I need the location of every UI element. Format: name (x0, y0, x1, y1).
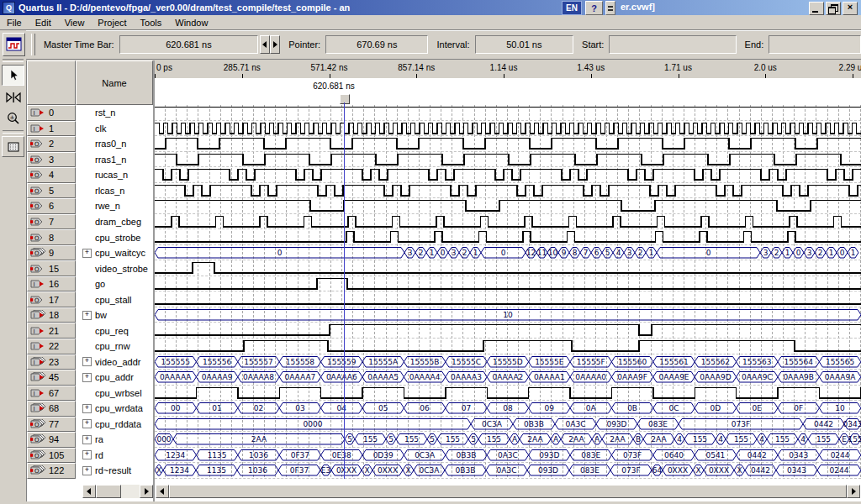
waveform-row-rras0_n[interactable] (155, 136, 861, 152)
menu-project[interactable]: Project (91, 16, 133, 29)
waveform-row-rd[interactable]: 1234113510360F370E380D390C3A0B3B0A3C093D… (155, 448, 861, 464)
spin-right-button[interactable] (270, 35, 280, 54)
signal-name-cell[interactable]: cpu_req (76, 323, 153, 339)
signal-name-cell[interactable]: +cpu_addr (76, 370, 153, 386)
signal-row-rlcas_n[interactable]: O5rlcas_n (27, 183, 153, 199)
signal-row-cpu_waitcyc[interactable]: O9+cpu_waitcyc (27, 245, 153, 261)
waveform-row-rst_n[interactable] (155, 105, 861, 121)
signal-row-dram_cbeg[interactable]: O7dram_cbeg (27, 214, 153, 230)
signal-name-cell[interactable]: rucas_n (76, 167, 153, 183)
signal-name-cell[interactable]: clk (76, 121, 153, 137)
waveform-row-cpu_rnw[interactable] (155, 339, 861, 354)
start-field[interactable] (609, 35, 736, 54)
signal-name-cell[interactable]: rras0_n (76, 136, 153, 152)
expand-button[interactable]: + (82, 435, 92, 444)
scroll-thumb[interactable] (169, 485, 847, 498)
signal-row-bw[interactable]: I18+bw (27, 307, 153, 323)
signal-row-cpu_stall[interactable]: O17cpu_stall (27, 291, 153, 307)
selection-tool-button[interactable] (2, 65, 24, 86)
signal-number-cell[interactable]: I22 (27, 339, 76, 354)
signal-number-cell[interactable]: O3 (27, 152, 76, 168)
signal-row-rd[interactable]: O105+rd (27, 448, 153, 464)
signal-number-cell[interactable]: I0 (27, 105, 76, 121)
signal-name-cell[interactable]: dram_cbeg (76, 214, 153, 230)
expand-button[interactable]: + (82, 357, 92, 366)
restore-button[interactable] (826, 2, 841, 15)
close-button[interactable]: × (843, 2, 858, 15)
signal-number-cell[interactable]: O4 (27, 167, 76, 183)
waveform-row-rwe_n[interactable] (155, 198, 861, 214)
waveform-scrollbar[interactable] (156, 485, 860, 498)
signal-name-cell[interactable]: cpu_strobe (76, 229, 153, 245)
signal-name-cell[interactable]: rst_n (76, 105, 153, 121)
menu-view[interactable]: View (58, 16, 92, 29)
signal-name-cell[interactable]: +bw (76, 307, 153, 323)
signal-number-cell[interactable]: O15 (27, 260, 76, 276)
signal-number-cell[interactable]: O17 (27, 291, 76, 307)
signal-number-cell[interactable]: O6 (27, 198, 76, 214)
scroll-left-button[interactable] (82, 485, 96, 498)
signal-number-cell[interactable]: I16 (27, 276, 76, 292)
scroll-right-button[interactable] (847, 485, 860, 498)
full-screen-tool-button[interactable] (2, 136, 24, 157)
waveform-row-cpu_waitcyc[interactable]: 0321032101211109876543210321032101 (155, 245, 861, 261)
signal-row-rras0_n[interactable]: O2rras0_n (27, 136, 153, 152)
signal-number-cell[interactable]: O8 (27, 229, 76, 245)
signal-number-cell[interactable]: O9 (27, 245, 76, 261)
menu-window[interactable]: Window (168, 16, 214, 29)
signal-row-ra[interactable]: O94+ra (27, 432, 153, 448)
signal-name-cell[interactable]: cpu_rnw (76, 339, 153, 354)
signal-number-cell[interactable]: I23 (27, 354, 76, 370)
time-bar-strip[interactable]: 620.681 ns (155, 78, 861, 105)
signal-number-cell[interactable]: I45 (27, 370, 76, 386)
name-panel-scrollbar[interactable] (82, 485, 153, 498)
scroll-thumb[interactable] (96, 485, 121, 498)
signal-number-cell[interactable]: I68 (27, 401, 76, 417)
signal-row-rst_n[interactable]: I0rst_n (27, 105, 153, 121)
expand-button[interactable]: + (82, 450, 92, 459)
signal-number-cell[interactable]: O94 (27, 432, 76, 448)
signal-number-cell[interactable]: O7 (27, 214, 76, 230)
waveform-row-cpu_wrbsel[interactable] (155, 386, 861, 402)
signal-row-go[interactable]: I16go (27, 276, 153, 292)
signal-name-cell[interactable]: rlcas_n (76, 183, 153, 199)
language-indicator[interactable]: EN (562, 1, 582, 15)
signal-row-cpu_rnw[interactable]: I22cpu_rnw (27, 339, 153, 354)
help-icon[interactable]: ? (585, 1, 603, 15)
signal-name-cell[interactable]: +rd~result (76, 463, 153, 479)
toolbar-grip[interactable] (31, 34, 35, 55)
scroll-left-button[interactable] (156, 485, 169, 498)
signal-number-cell[interactable]: O5 (27, 183, 76, 199)
waveform-row-rras1_n[interactable] (155, 152, 861, 168)
waveform-row-rucas_n[interactable] (155, 167, 861, 183)
expand-button[interactable]: + (82, 373, 92, 382)
expand-button[interactable]: + (82, 466, 92, 475)
expand-button[interactable]: + (82, 311, 92, 320)
signal-name-cell[interactable]: rras1_n (76, 152, 153, 168)
waveform-row-dram_cbeg[interactable] (155, 214, 861, 230)
expand-button[interactable]: + (82, 249, 92, 258)
waveform-row-cpu_strobe[interactable] (155, 229, 861, 245)
time-cursor[interactable] (344, 102, 345, 479)
menu-tools[interactable]: Tools (134, 16, 169, 29)
expand-button[interactable]: + (82, 419, 92, 428)
minimize-button[interactable] (809, 2, 824, 15)
signal-name-cell[interactable]: +cpu_waitcyc (76, 245, 153, 261)
signal-row-cpu_strobe[interactable]: O8cpu_strobe (27, 229, 153, 245)
signal-row-cpu_addr[interactable]: I45+cpu_addr (27, 370, 153, 386)
signal-number-cell[interactable]: O2 (27, 136, 76, 152)
spin-left-button[interactable] (260, 35, 270, 54)
scroll-right-button[interactable] (140, 485, 153, 498)
time-cursor-handle[interactable] (340, 94, 350, 104)
waveform-row-video_addr[interactable]: 15555515555615555715555815555915555A1555… (155, 354, 861, 370)
language-bar-options-icon[interactable] (605, 1, 615, 15)
signal-name-cell[interactable]: +cpu_wrdata (76, 401, 153, 417)
signal-row-cpu_rddata[interactable]: O77+cpu_rddata (27, 417, 153, 433)
signal-name-cell[interactable]: +rd (76, 448, 153, 464)
signal-number-cell[interactable]: I18 (27, 307, 76, 323)
signal-row-cpu_req[interactable]: I21cpu_req (27, 323, 153, 339)
waveform-row-cpu_stall[interactable] (155, 291, 861, 307)
signal-row-rwe_n[interactable]: O6rwe_n (27, 198, 153, 214)
waveform-row-rd~result[interactable]: X1234113510360F37E30XXXX0XXXX0C3A0B3B0A3… (155, 463, 861, 479)
zoom-tool-button[interactable]: ± (3, 108, 24, 128)
